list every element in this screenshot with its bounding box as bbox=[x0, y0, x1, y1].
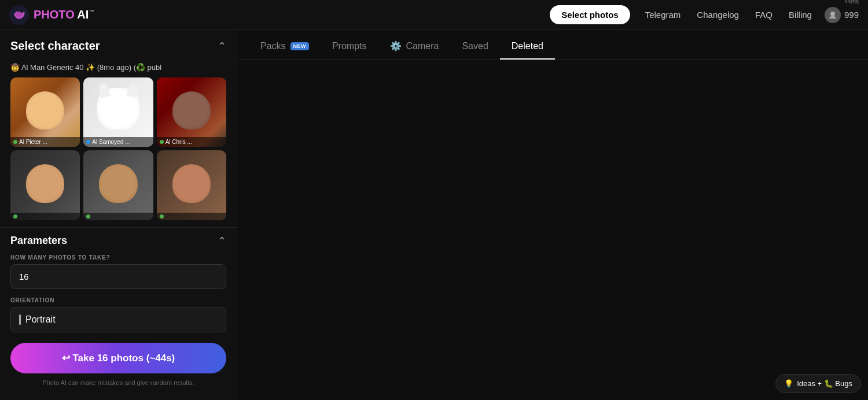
logo-icon bbox=[9, 5, 29, 25]
main-layout: Select character ⌃ 🤠 Al Man Generic 40 ✨… bbox=[0, 30, 868, 400]
select-character-title: Select character bbox=[10, 39, 100, 53]
tab-packs[interactable]: Packs NEW bbox=[249, 34, 321, 60]
bugs-badge[interactable]: 💡 Ideas + 🐛 Bugs bbox=[775, 374, 861, 393]
tab-prompts[interactable]: Prompts bbox=[321, 34, 378, 60]
tab-camera-label: Camera bbox=[406, 41, 439, 51]
tab-camera[interactable]: ⚙️ Camera bbox=[378, 34, 451, 60]
select-character-section: Select character ⌃ 🤠 Al Man Generic 40 ✨… bbox=[0, 30, 237, 227]
char-label-samoyed: Al Samoyed ... bbox=[83, 137, 153, 147]
parameters-header: Parameters ⌃ bbox=[0, 228, 237, 254]
char-dot-green4 bbox=[86, 214, 90, 218]
character-card-chris[interactable]: Al Chris ... bbox=[157, 77, 226, 147]
tab-deleted-label: Deleted bbox=[512, 41, 543, 51]
char-label-asian bbox=[10, 213, 80, 220]
char-dot-green3 bbox=[13, 214, 17, 218]
user-avatar bbox=[825, 7, 841, 23]
billing-link[interactable]: Billing bbox=[781, 10, 820, 20]
disclaimer-text: Photo AI can make mistakes and give rand… bbox=[0, 377, 237, 391]
orientation-label: ORIENTATION bbox=[0, 297, 237, 307]
collapse-parameters-button[interactable]: ⌃ bbox=[218, 235, 226, 247]
orientation-value: Portrait bbox=[25, 314, 56, 325]
char-label-chris: Al Chris ... bbox=[157, 137, 226, 147]
parameters-title: Parameters bbox=[10, 235, 67, 247]
parameters-section: Parameters ⌃ HOW MANY PHOTOS TO TAKE? OR… bbox=[0, 227, 237, 337]
character-info: 🤠 Al Man Generic 40 ✨ (8mo ago) (♻️ publ bbox=[0, 60, 237, 77]
sidebar: Select character ⌃ 🤠 Al Man Generic 40 ✨… bbox=[0, 30, 237, 400]
svg-point-2 bbox=[830, 12, 835, 16]
orientation-bar-icon bbox=[19, 314, 21, 325]
tab-packs-label: Packs bbox=[260, 41, 286, 51]
svg-point-1 bbox=[16, 12, 22, 17]
character-card-dark[interactable] bbox=[83, 150, 153, 220]
character-grid: Al Pieter ... Al Samoyed ... bbox=[0, 77, 237, 227]
photos-count-label: HOW MANY PHOTOS TO TAKE? bbox=[0, 254, 237, 264]
telegram-link[interactable]: Telegram bbox=[637, 10, 689, 20]
lightbulb-icon: 💡 bbox=[784, 379, 793, 388]
character-card-pieter[interactable]: Al Pieter ... bbox=[10, 77, 80, 147]
bugs-badge-label: Ideas + 🐛 Bugs bbox=[797, 379, 852, 388]
tab-camera-icon: ⚙️ bbox=[390, 40, 402, 51]
tab-deleted[interactable]: Deleted bbox=[500, 34, 555, 60]
select-photos-button[interactable]: Select photos bbox=[550, 5, 630, 24]
faq-link[interactable]: FAQ bbox=[747, 10, 781, 20]
tab-saved-label: Saved bbox=[462, 41, 488, 51]
character-card-samoyed[interactable]: Al Samoyed ... bbox=[83, 77, 153, 147]
credits-count: 999 bbox=[844, 10, 859, 20]
tab-prompts-label: Prompts bbox=[332, 41, 367, 51]
collapse-character-button[interactable]: ⌃ bbox=[218, 40, 226, 53]
character-card-woman[interactable] bbox=[157, 150, 226, 220]
select-character-header: Select character ⌃ bbox=[0, 30, 237, 60]
character-card-asian[interactable] bbox=[10, 150, 80, 220]
photos-count-input[interactable] bbox=[10, 264, 226, 289]
char-dot-green2 bbox=[160, 140, 164, 144]
content-body bbox=[237, 60, 868, 400]
char-dot-green bbox=[13, 140, 17, 144]
tab-packs-badge: NEW bbox=[290, 42, 309, 50]
char-label-woman bbox=[157, 213, 226, 220]
tabs-bar: Packs NEW Prompts ⚙️ Camera Saved Delete… bbox=[237, 30, 868, 60]
latency-badge: 44ms bbox=[845, 0, 859, 5]
logo-text: PHOTO AI™ bbox=[34, 8, 94, 21]
tab-saved[interactable]: Saved bbox=[450, 34, 499, 60]
user-credits: 999 bbox=[825, 7, 859, 23]
topnav: PHOTO AI™ 44ms Select photos Telegram Ch… bbox=[0, 0, 868, 30]
char-label-pieter: Al Pieter ... bbox=[10, 137, 80, 147]
content-area: Packs NEW Prompts ⚙️ Camera Saved Delete… bbox=[237, 30, 868, 400]
changelog-link[interactable]: Changelog bbox=[689, 10, 747, 20]
logo: PHOTO AI™ bbox=[9, 5, 94, 25]
char-dot-blue bbox=[86, 140, 90, 144]
char-dot-green5 bbox=[160, 214, 164, 218]
take-photos-button[interactable]: ↩ Take 16 photos (~44s) bbox=[10, 343, 226, 373]
orientation-select[interactable]: Portrait bbox=[10, 307, 226, 332]
char-label-dark bbox=[83, 213, 153, 220]
topnav-right: 44ms Select photos Telegram Changelog FA… bbox=[550, 5, 859, 24]
